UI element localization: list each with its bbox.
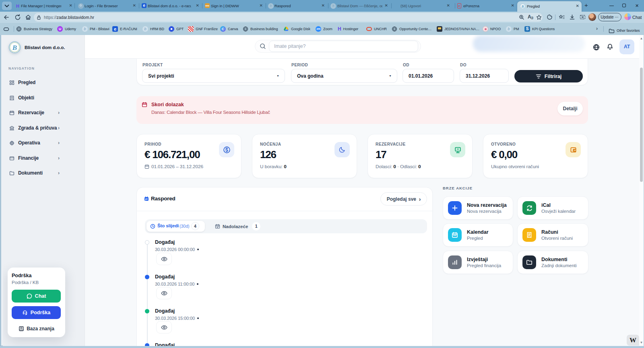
svg-text:B: B — [12, 43, 17, 51]
